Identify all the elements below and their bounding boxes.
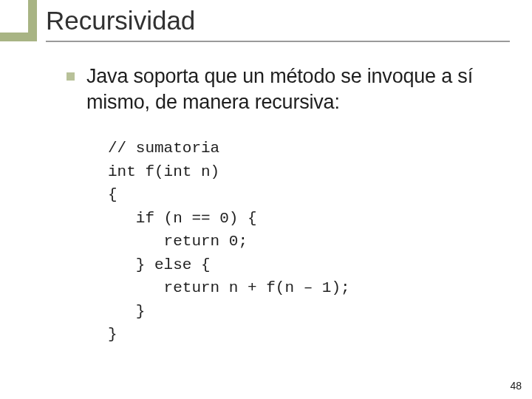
bullet-item: Java soporta que un método se invoque a …	[66, 64, 510, 115]
slide-body: Java soporta que un método se invoque a …	[66, 64, 510, 347]
slide-title: Recursividad	[46, 6, 195, 35]
page-number: 48	[510, 380, 522, 392]
bullet-icon	[66, 72, 75, 81]
title-underline	[46, 41, 510, 42]
bullet-text: Java soporta que un método se invoque a …	[86, 64, 510, 115]
code-block: // sumatoria int f(int n) { if (n == 0) …	[108, 137, 510, 347]
title-bar: Recursividad	[0, 0, 532, 58]
accent-vertical-bar	[28, 0, 37, 41]
